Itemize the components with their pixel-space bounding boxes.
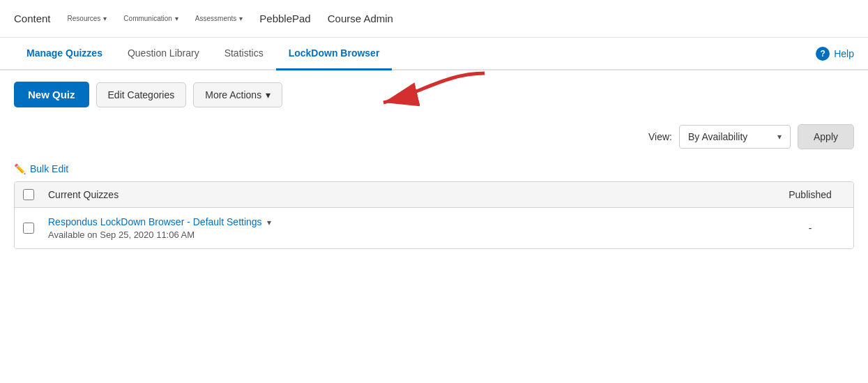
tab-manage-quizzes[interactable]: Manage Quizzes [14, 38, 115, 70]
col-header-published: Published [775, 189, 845, 200]
new-quiz-button[interactable]: New Quiz [14, 82, 89, 107]
toolbar: New Quiz Edit Categories More Actions ▾ [0, 70, 868, 119]
bulk-edit-row: ✏️ Bulk Edit [0, 158, 868, 181]
table-header: Current Quizzes Published [15, 182, 853, 208]
more-actions-button[interactable]: More Actions ▾ [193, 82, 282, 107]
bulk-edit-button[interactable]: ✏️ Bulk Edit [14, 163, 68, 174]
tab-lockdown-browser[interactable]: LockDown Browser [276, 38, 393, 70]
chevron-down-icon: ▾ [777, 132, 782, 142]
apply-button[interactable]: Apply [798, 124, 854, 149]
tabs-bar: Manage Quizzes Question Library Statisti… [0, 38, 868, 70]
col-quiz-name: Respondus LockDown Browser - Default Set… [48, 216, 775, 240]
select-all-checkbox[interactable] [23, 189, 34, 200]
tab-statistics[interactable]: Statistics [212, 38, 276, 70]
quiz-link[interactable]: Respondus LockDown Browser - Default Set… [48, 216, 262, 227]
col-published-value: - [775, 223, 845, 234]
view-row: View: By Availability ▾ Apply [0, 119, 868, 158]
nav-assessments[interactable]: Assessments ▾ [195, 15, 243, 22]
pencil-icon: ✏️ [14, 163, 26, 174]
tabs-left: Manage Quizzes Question Library Statisti… [14, 38, 392, 69]
dropdown-icon[interactable]: ▾ [267, 218, 271, 227]
chevron-down-icon: ▾ [266, 89, 271, 100]
nav-pebblepad[interactable]: PebblePad [259, 13, 310, 24]
view-select-value: By Availability [688, 131, 747, 142]
view-select[interactable]: By Availability ▾ [679, 125, 791, 149]
quiz-table: Current Quizzes Published Respondus Lock… [14, 181, 854, 249]
nav-content[interactable]: Content [14, 13, 51, 24]
quiz-availability: Available on Sep 25, 2020 11:06 AM [48, 230, 775, 240]
top-nav: Content Resources ▾ Communication ▾ Asse… [0, 0, 868, 38]
nav-course-admin[interactable]: Course Admin [328, 13, 393, 24]
page-wrapper: Content Resources ▾ Communication ▾ Asse… [0, 0, 868, 383]
view-label: View: [648, 131, 672, 142]
edit-categories-button[interactable]: Edit Categories [96, 82, 187, 107]
col-header-name: Current Quizzes [48, 189, 775, 200]
help-label: Help [834, 48, 854, 59]
row-checkbox[interactable] [23, 223, 34, 234]
bulk-edit-label: Bulk Edit [30, 163, 68, 174]
help-button[interactable]: ? Help [816, 41, 854, 66]
help-icon: ? [816, 47, 830, 61]
nav-resources[interactable]: Resources ▾ [68, 15, 107, 22]
tab-question-library[interactable]: Question Library [115, 38, 212, 70]
nav-communication[interactable]: Communication ▾ [123, 15, 178, 22]
table-row: Respondus LockDown Browser - Default Set… [15, 208, 853, 248]
